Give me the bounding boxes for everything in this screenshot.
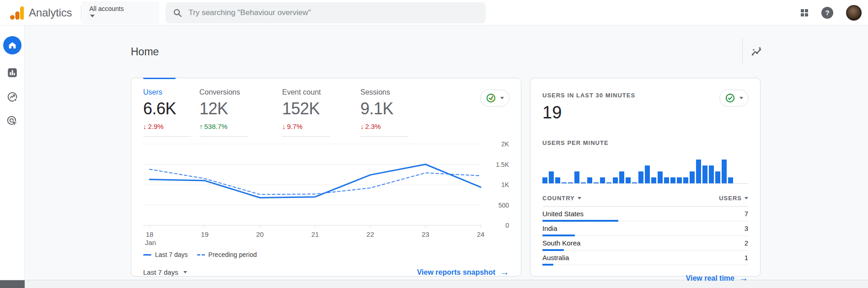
table-row: India 3	[542, 221, 748, 236]
minute-bar	[574, 171, 579, 183]
metric-value: 9.1K	[360, 99, 408, 118]
minute-bar	[594, 182, 599, 183]
view-reports-snapshot-link[interactable]: View reports snapshot →	[417, 267, 509, 277]
sidebar-item-home[interactable]	[3, 36, 21, 54]
minute-bar	[651, 177, 656, 183]
account-switcher[interactable]: All accounts	[82, 1, 159, 24]
table-row: South Korea 2	[542, 236, 748, 251]
left-nav-sidebar	[0, 26, 25, 280]
minute-bar	[568, 182, 573, 183]
minute-bar	[696, 160, 701, 183]
metric-label: Conversions	[199, 88, 247, 96]
legend-item-preceding-period: Preceding period	[197, 251, 257, 258]
minute-bar	[555, 177, 560, 183]
data-quality-badge[interactable]	[719, 90, 749, 107]
selected-metric-indicator	[143, 78, 176, 79]
horizontal-scrollbar-thumb[interactable]	[0, 280, 25, 288]
realtime-table-header: COUNTRY USERS	[542, 195, 748, 207]
divider	[81, 5, 81, 21]
minute-bar	[581, 182, 586, 183]
metric-value: 6.6K	[143, 99, 191, 118]
realtime-users-value: 19	[542, 103, 748, 123]
country-users-bar	[542, 264, 553, 266]
date-range-selector[interactable]: Last 7 days	[143, 268, 187, 276]
metric-tab-sessions[interactable]: Sessions 9.1K ↓ 2.3%	[360, 88, 408, 137]
minute-bar	[677, 177, 682, 183]
minute-bar	[728, 177, 733, 183]
x-axis-label: 20	[256, 230, 264, 238]
sort-caret-icon	[578, 197, 581, 199]
chevron-down-icon	[739, 97, 743, 99]
metric-tab-event-count[interactable]: Event count 152K ↓ 9.7%	[282, 88, 330, 137]
column-header-country[interactable]: COUNTRY	[542, 195, 581, 202]
metric-delta: ↓ 2.9%	[143, 123, 191, 130]
minute-bar	[702, 165, 707, 183]
trend-arrow-icon: ↓	[282, 123, 286, 130]
minute-bar	[562, 182, 567, 183]
minute-bar	[600, 177, 605, 183]
help-icon[interactable]: ?	[821, 7, 833, 19]
column-header-users[interactable]: USERS	[719, 195, 748, 202]
minute-bar	[587, 177, 592, 183]
minute-bar	[606, 182, 611, 183]
country-name: Australia	[542, 254, 569, 261]
country-name: India	[542, 224, 557, 232]
realtime-heading: USERS IN LAST 30 MINUTES	[542, 78, 748, 99]
advertising-target-icon	[6, 115, 18, 127]
minute-bar	[690, 171, 695, 183]
reports-bar-chart-icon	[6, 67, 18, 79]
x-axis-label: 18	[146, 230, 154, 238]
legend-item-last-7-days: Last 7 days	[143, 251, 188, 258]
minute-bar	[664, 177, 669, 183]
chart-legend: Last 7 days Preceding period	[143, 251, 509, 258]
minute-bar	[632, 182, 637, 183]
check-circle-icon	[725, 93, 735, 103]
org-switcher-grid-icon[interactable]	[800, 9, 809, 17]
metric-label: Event count	[282, 88, 330, 96]
sidebar-item-reports[interactable]	[6, 67, 18, 79]
data-quality-badge[interactable]	[480, 90, 509, 107]
metric-tab-conversions[interactable]: Conversions 12K ↑ 538.7%	[199, 88, 247, 137]
sidebar-item-explore[interactable]	[6, 91, 18, 103]
minute-bar	[619, 171, 624, 183]
country-users: 7	[745, 210, 748, 218]
minute-bar	[613, 177, 618, 183]
trend-arrow-icon: ↑	[199, 123, 203, 130]
topbar-actions: ?	[800, 5, 862, 21]
table-row: Australia 1	[542, 251, 748, 265]
insights-sparkline-icon[interactable]	[750, 45, 763, 58]
home-overview-card: Users 6.6K ↓ 2.9% Conversions 12K ↑ 538.…	[131, 78, 521, 277]
metric-tab-users[interactable]: Users 6.6K ↓ 2.9%	[143, 88, 191, 137]
user-avatar[interactable]	[846, 5, 862, 21]
users-per-minute-heading: USERS PER MINUTE	[542, 139, 748, 146]
arrow-right-icon: →	[739, 273, 748, 283]
view-real-time-link[interactable]: View real time →	[686, 273, 748, 283]
minute-bar	[645, 165, 650, 183]
sidebar-item-advertising[interactable]	[6, 115, 18, 127]
users-trend-line-chart: 2K1.5K1K500018Jan192021222324	[143, 140, 510, 249]
account-switcher-label: All accounts	[89, 5, 159, 12]
trend-arrow-icon: ↓	[360, 123, 364, 130]
minute-bar	[542, 177, 547, 183]
minute-bar	[626, 177, 631, 183]
minute-bar	[683, 177, 688, 183]
chevron-down-icon	[90, 15, 95, 17]
check-circle-icon	[486, 93, 496, 103]
minute-bar	[638, 171, 643, 183]
country-users: 2	[745, 239, 748, 247]
x-axis-label: 23	[422, 230, 429, 238]
realtime-card: USERS IN LAST 30 MINUTES 19 USERS PER MI…	[530, 78, 761, 277]
search-bar[interactable]	[166, 2, 486, 23]
table-row: United States 7	[542, 207, 748, 221]
metric-tabs: Users 6.6K ↓ 2.9% Conversions 12K ↑ 538.…	[143, 78, 509, 137]
search-input[interactable]	[188, 8, 486, 17]
x-axis-month-label: Jan	[145, 239, 156, 246]
chevron-down-icon	[183, 271, 187, 273]
metric-label: Users	[143, 88, 191, 96]
y-axis-label: 0	[505, 222, 509, 229]
analytics-logo-icon	[10, 6, 24, 20]
minute-bar	[670, 177, 675, 183]
users-per-minute-bar-chart	[542, 155, 748, 184]
analytics-logo[interactable]: Analytics	[10, 6, 72, 20]
product-name: Analytics	[29, 6, 72, 19]
